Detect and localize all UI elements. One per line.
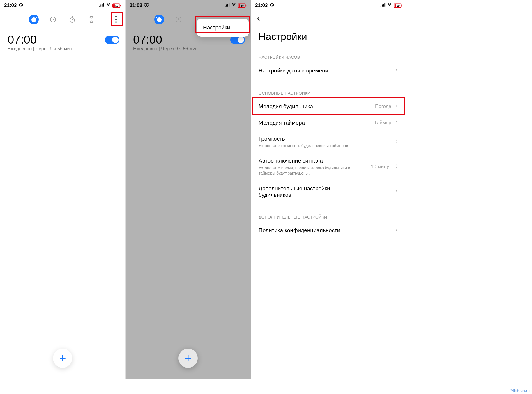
svg-rect-17 bbox=[401, 5, 402, 6]
section-main-settings: ОСНОВНЫЕ НАСТРОЙКИ bbox=[251, 85, 406, 98]
alarm-time: 07:00 bbox=[8, 33, 37, 46]
add-alarm-fab[interactable]: + bbox=[53, 349, 72, 368]
screen-alarm-list: 21:03 19 bbox=[0, 0, 126, 379]
row-datetime[interactable]: Настройки даты и времени bbox=[251, 63, 406, 79]
highlight-overflow bbox=[111, 12, 123, 26]
highlight-settings-menu bbox=[195, 16, 250, 33]
alarm-subtitle: Ежедневно | Через 9 ч 56 мин bbox=[0, 46, 125, 52]
alarm-toggle[interactable] bbox=[105, 36, 119, 44]
row-value: Таймер bbox=[374, 120, 391, 126]
divider bbox=[259, 206, 399, 206]
alarm-toggle[interactable] bbox=[230, 36, 245, 44]
battery-icon: 19 bbox=[112, 3, 121, 8]
svg-rect-2 bbox=[120, 5, 121, 6]
row-label: Настройки даты и времени bbox=[259, 68, 328, 74]
watermark: 24hitech.ru bbox=[510, 388, 530, 393]
chevron-right-icon bbox=[394, 120, 399, 126]
row-sub: Установите время, после которого будильн… bbox=[259, 165, 358, 176]
svg-point-12 bbox=[157, 17, 162, 22]
row-value: 10 минут bbox=[371, 164, 392, 170]
svg-text:19: 19 bbox=[241, 4, 244, 7]
chevron-right-icon bbox=[394, 189, 399, 195]
svg-rect-3 bbox=[113, 4, 115, 7]
tab-clock[interactable] bbox=[48, 15, 58, 24]
chevron-right-icon bbox=[394, 68, 399, 74]
page-title: Настройки bbox=[251, 27, 406, 49]
screen-alarm-list-menu: 21:03 19 bbox=[126, 0, 251, 379]
row-label: Политика конфиденциальности bbox=[259, 227, 340, 234]
wifi-icon bbox=[106, 3, 111, 8]
tab-stopwatch[interactable] bbox=[67, 15, 77, 24]
alarm-subtitle: Ежедневно | Через 9 ч 56 мин bbox=[126, 46, 251, 52]
section-clock-settings: НАСТРОЙКИ ЧАСОВ bbox=[251, 49, 406, 63]
svg-rect-18 bbox=[395, 4, 396, 7]
row-label: Мелодия таймера bbox=[259, 120, 305, 126]
battery-icon: 19 bbox=[238, 3, 247, 8]
row-extra-alarm[interactable]: Дополнительные настройки будильников bbox=[251, 181, 406, 203]
chevron-right-icon bbox=[394, 228, 399, 233]
tab-alarm[interactable] bbox=[154, 15, 164, 24]
add-alarm-fab[interactable]: + bbox=[178, 349, 198, 368]
alarm-set-icon bbox=[269, 2, 275, 9]
section-extra-settings: ДОПОЛНИТЕЛЬНЫЕ НАСТРОЙКИ bbox=[251, 209, 406, 222]
signal-icon bbox=[225, 3, 230, 8]
screen-settings: 21:03 19 Настройки НАСТРОЙКИ ЧАСОВ Настр… bbox=[251, 0, 406, 379]
chevron-right-icon bbox=[394, 139, 399, 145]
status-bar: 21:03 19 bbox=[0, 0, 125, 11]
wifi-icon bbox=[387, 3, 392, 8]
status-bar: 21:03 19 bbox=[251, 0, 406, 11]
clock-tabs bbox=[0, 11, 125, 30]
svg-text:19: 19 bbox=[397, 4, 400, 7]
svg-rect-9 bbox=[245, 5, 246, 6]
back-button[interactable] bbox=[256, 15, 264, 24]
row-volume[interactable]: Громкость Установите громкость будильник… bbox=[251, 131, 406, 153]
row-label: Громкость bbox=[259, 136, 349, 142]
battery-icon: 19 bbox=[394, 3, 402, 8]
svg-point-4 bbox=[31, 17, 36, 22]
svg-rect-10 bbox=[239, 4, 240, 7]
tab-timer[interactable] bbox=[86, 15, 96, 24]
signal-icon bbox=[99, 3, 104, 8]
alarm-set-icon bbox=[18, 2, 24, 9]
alarm-item[interactable]: 07:00 bbox=[0, 30, 125, 46]
alarm-time: 07:00 bbox=[133, 33, 162, 46]
divider bbox=[259, 82, 399, 82]
row-autooff[interactable]: Автоотключение сигнала Установите время,… bbox=[251, 153, 406, 180]
tab-clock[interactable] bbox=[174, 15, 183, 24]
status-time: 21:03 bbox=[255, 3, 268, 8]
wifi-icon bbox=[231, 3, 236, 8]
sort-icon bbox=[394, 164, 399, 170]
status-time: 21:03 bbox=[130, 3, 142, 8]
status-bar: 21:03 19 bbox=[126, 0, 251, 11]
signal-icon bbox=[380, 3, 386, 8]
row-timer-sound[interactable]: Мелодия таймера Таймер bbox=[251, 115, 406, 131]
tab-alarm[interactable] bbox=[29, 15, 39, 24]
battery-level: 19 bbox=[115, 4, 118, 7]
highlight-alarm-sound bbox=[252, 97, 405, 115]
status-time: 21:03 bbox=[4, 3, 17, 8]
alarm-set-icon bbox=[144, 2, 149, 9]
row-label: Дополнительные настройки будильников bbox=[259, 185, 358, 198]
row-sub: Установите громкость будильников и тайме… bbox=[259, 143, 349, 148]
row-label: Автоотключение сигнала bbox=[259, 158, 358, 164]
row-privacy[interactable]: Политика конфиденциальности bbox=[251, 222, 406, 239]
